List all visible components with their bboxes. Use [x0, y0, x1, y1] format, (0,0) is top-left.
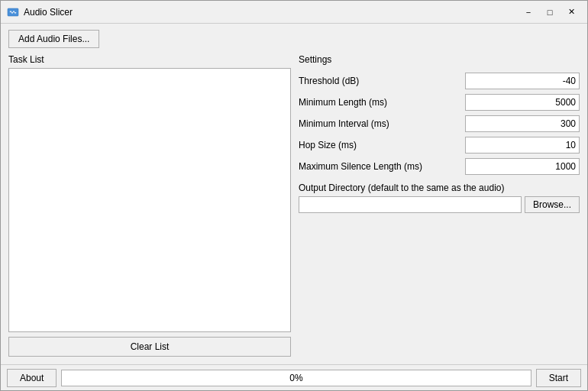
- output-dir-row: Browse...: [299, 196, 580, 213]
- progress-bar: 0%: [61, 370, 531, 386]
- clear-list-button[interactable]: Clear List: [8, 337, 291, 357]
- output-dir-label: Output Directory (default to the same as…: [299, 183, 580, 193]
- settings-row-max-silence: Maximum Silence Length (ms): [299, 158, 580, 175]
- minimize-button[interactable]: −: [519, 5, 538, 20]
- settings-label-min-interval: Minimum Interval (ms): [299, 118, 465, 129]
- output-dir-input[interactable]: [299, 196, 522, 213]
- main-content: Task List Clear List Settings Threshold …: [1, 54, 587, 364]
- settings-input-threshold[interactable]: [465, 73, 580, 89]
- settings-input-hop-size[interactable]: [465, 137, 580, 153]
- settings-input-min-interval[interactable]: [465, 115, 580, 132]
- start-button[interactable]: Start: [536, 369, 581, 387]
- title-bar: Audio Slicer − □ ✕: [1, 1, 587, 24]
- browse-button[interactable]: Browse...: [525, 196, 580, 213]
- app-icon: [7, 6, 19, 18]
- task-list-label: Task List: [8, 54, 291, 65]
- settings-input-min-length[interactable]: [465, 94, 580, 111]
- window-title: Audio Slicer: [24, 7, 73, 18]
- output-dir-section: Output Directory (default to the same as…: [299, 183, 580, 213]
- settings-label-max-silence: Maximum Silence Length (ms): [299, 161, 465, 172]
- settings-input-max-silence[interactable]: [465, 158, 580, 175]
- close-button[interactable]: ✕: [561, 5, 581, 20]
- left-panel: Task List Clear List: [8, 54, 291, 357]
- about-button[interactable]: About: [7, 369, 57, 387]
- settings-label-hop-size: Hop Size (ms): [299, 140, 465, 150]
- title-bar-left: Audio Slicer: [7, 6, 73, 18]
- title-bar-controls: − □ ✕: [519, 5, 581, 20]
- task-list-box[interactable]: [8, 68, 291, 332]
- settings-row-min-length: Minimum Length (ms): [299, 94, 580, 111]
- settings-label-threshold: Threshold (dB): [299, 76, 465, 86]
- toolbar: Add Audio Files...: [1, 24, 587, 54]
- right-panel: Settings Threshold (dB)Minimum Length (m…: [299, 54, 580, 357]
- progress-text: 0%: [62, 373, 530, 383]
- settings-label-min-length: Minimum Length (ms): [299, 97, 465, 108]
- add-files-button[interactable]: Add Audio Files...: [8, 30, 99, 48]
- settings-row-threshold: Threshold (dB): [299, 73, 580, 89]
- settings-label: Settings: [299, 54, 580, 65]
- settings-row-min-interval: Minimum Interval (ms): [299, 115, 580, 132]
- settings-grid: Threshold (dB)Minimum Length (ms)Minimum…: [299, 73, 580, 175]
- maximize-button[interactable]: □: [540, 5, 560, 20]
- app-window: Audio Slicer − □ ✕ Add Audio Files... Ta…: [0, 0, 588, 391]
- status-bar: About 0% Start: [1, 364, 587, 390]
- settings-row-hop-size: Hop Size (ms): [299, 137, 580, 153]
